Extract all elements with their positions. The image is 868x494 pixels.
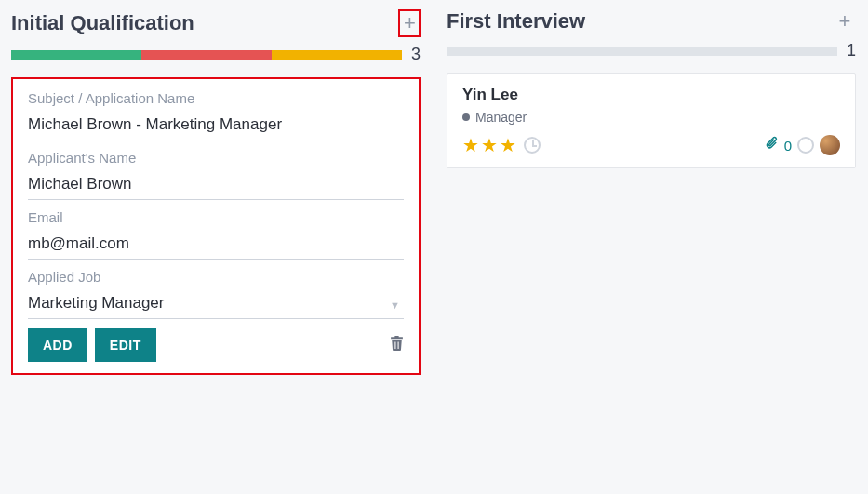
email-input[interactable] [28,231,404,260]
progress-segment-green[interactable] [11,50,141,60]
add-button[interactable]: ADD [28,328,87,362]
progress-segment-gray[interactable] [447,47,837,56]
applicant-name-input[interactable] [28,171,404,200]
card-role: Manager [475,110,527,125]
column-count: 3 [411,45,421,64]
card-name: Yin Lee [462,86,840,104]
column-progress: 1 [447,41,856,60]
activity-indicator-icon[interactable] [797,137,814,154]
column-progress: 3 [11,45,421,64]
clock-icon[interactable] [524,137,541,154]
card-subtitle: Manager [462,110,840,125]
subject-label: Subject / Application Name [28,90,404,106]
star-icon: ★ [462,134,479,156]
status-dot-icon [462,113,470,121]
add-card-button[interactable]: + [834,11,856,32]
card-right-icons: 0 [765,135,840,155]
applicant-label: Applicant's Name [28,150,404,166]
chevron-down-icon: ▼ [390,300,400,311]
attachment-icon[interactable] [765,135,779,155]
priority-stars[interactable]: ★ ★ ★ [462,134,541,156]
email-label: Email [28,209,404,225]
card-footer: ★ ★ ★ 0 [462,134,840,156]
progress-bar [11,50,402,60]
applicant-card[interactable]: Yin Lee Manager ★ ★ ★ 0 [447,73,856,168]
progress-segment-red[interactable] [141,50,272,60]
progress-bar [447,47,837,56]
plus-icon: + [839,9,851,33]
column-title: First Interview [447,9,585,33]
quick-create-form: Subject / Application Name Applicant's N… [11,77,421,375]
subject-input[interactable] [28,112,404,140]
star-icon: ★ [481,134,498,156]
column-title: Initial Qualification [11,11,194,35]
trash-icon[interactable] [390,335,404,355]
progress-segment-yellow[interactable] [272,50,402,60]
plus-icon: + [404,11,416,34]
add-card-button[interactable]: + [398,9,421,37]
column-header: Initial Qualification + [11,9,421,37]
applied-job-label: Applied Job [28,269,404,285]
applied-job-select[interactable] [28,290,404,319]
avatar[interactable] [820,135,840,155]
kanban-column-initial-qualification: Initial Qualification + 3 Subject / Appl… [11,9,421,375]
star-icon: ★ [500,134,516,156]
column-count: 1 [847,41,856,60]
column-header: First Interview + [447,9,856,33]
edit-button[interactable]: EDIT [95,328,156,362]
kanban-column-first-interview: First Interview + 1 Yin Lee Manager ★ ★ … [447,9,856,375]
attachment-count: 0 [784,138,792,154]
